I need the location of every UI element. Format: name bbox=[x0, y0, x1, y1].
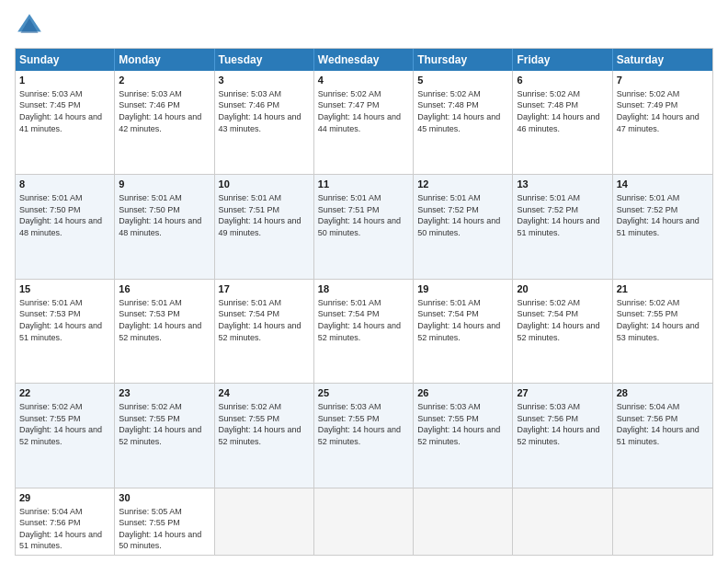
day-cell-23: 23Sunrise: 5:02 AMSunset: 7:55 PMDayligh… bbox=[115, 384, 214, 487]
day-number: 22 bbox=[19, 386, 110, 400]
day-cell-21: 21Sunrise: 5:02 AMSunset: 7:55 PMDayligh… bbox=[613, 280, 712, 383]
day-cell-12: 12Sunrise: 5:01 AMSunset: 7:52 PMDayligh… bbox=[414, 175, 513, 278]
day-number: 7 bbox=[617, 74, 709, 87]
header-day-thursday: Thursday bbox=[414, 49, 513, 71]
day-info: Sunrise: 5:02 AMSunset: 7:47 PMDaylight:… bbox=[318, 88, 409, 134]
day-info: Sunrise: 5:03 AMSunset: 7:55 PMDaylight:… bbox=[417, 401, 508, 447]
day-info: Sunrise: 5:03 AMSunset: 7:55 PMDaylight:… bbox=[318, 401, 409, 447]
day-number: 30 bbox=[119, 491, 210, 505]
day-info: Sunrise: 5:02 AMSunset: 7:55 PMDaylight:… bbox=[19, 401, 110, 447]
day-cell-2: 2Sunrise: 5:03 AMSunset: 7:46 PMDaylight… bbox=[115, 71, 214, 174]
day-info: Sunrise: 5:01 AMSunset: 7:54 PMDaylight:… bbox=[417, 297, 508, 343]
day-info: Sunrise: 5:01 AMSunset: 7:54 PMDaylight:… bbox=[219, 297, 310, 343]
header-day-sunday: Sunday bbox=[16, 49, 115, 71]
day-info: Sunrise: 5:01 AMSunset: 7:50 PMDaylight:… bbox=[19, 192, 110, 238]
day-cell-3: 3Sunrise: 5:03 AMSunset: 7:46 PMDaylight… bbox=[215, 71, 314, 174]
empty-cell bbox=[314, 488, 414, 555]
day-number: 12 bbox=[417, 178, 508, 191]
day-number: 26 bbox=[417, 386, 508, 400]
day-number: 10 bbox=[219, 178, 310, 191]
day-number: 8 bbox=[19, 178, 110, 191]
day-number: 2 bbox=[119, 74, 210, 87]
day-cell-26: 26Sunrise: 5:03 AMSunset: 7:55 PMDayligh… bbox=[414, 384, 513, 487]
day-cell-8: 8Sunrise: 5:01 AMSunset: 7:50 PMDaylight… bbox=[16, 175, 115, 278]
empty-cell bbox=[513, 488, 612, 555]
day-cell-18: 18Sunrise: 5:01 AMSunset: 7:54 PMDayligh… bbox=[314, 280, 414, 383]
day-cell-6: 6Sunrise: 5:02 AMSunset: 7:48 PMDaylight… bbox=[513, 71, 612, 174]
day-number: 29 bbox=[19, 491, 110, 505]
day-info: Sunrise: 5:01 AMSunset: 7:52 PMDaylight:… bbox=[417, 192, 508, 238]
header-day-wednesday: Wednesday bbox=[314, 49, 414, 71]
day-info: Sunrise: 5:02 AMSunset: 7:55 PMDaylight:… bbox=[119, 401, 210, 447]
calendar-row-2: 8Sunrise: 5:01 AMSunset: 7:50 PMDaylight… bbox=[16, 175, 712, 279]
day-number: 15 bbox=[19, 282, 110, 296]
day-info: Sunrise: 5:02 AMSunset: 7:55 PMDaylight:… bbox=[219, 401, 310, 447]
calendar-header: SundayMondayTuesdayWednesdayThursdayFrid… bbox=[16, 49, 712, 71]
page: SundayMondayTuesdayWednesdayThursdayFrid… bbox=[0, 0, 728, 563]
day-number: 1 bbox=[19, 74, 110, 87]
empty-cell bbox=[613, 488, 712, 555]
header-day-friday: Friday bbox=[513, 49, 612, 71]
day-info: Sunrise: 5:01 AMSunset: 7:53 PMDaylight:… bbox=[119, 297, 210, 343]
day-info: Sunrise: 5:01 AMSunset: 7:52 PMDaylight:… bbox=[517, 192, 608, 238]
day-cell-5: 5Sunrise: 5:02 AMSunset: 7:48 PMDaylight… bbox=[414, 71, 513, 174]
day-info: Sunrise: 5:01 AMSunset: 7:54 PMDaylight:… bbox=[318, 297, 409, 343]
day-cell-15: 15Sunrise: 5:01 AMSunset: 7:53 PMDayligh… bbox=[16, 280, 115, 383]
day-number: 27 bbox=[517, 386, 608, 400]
day-cell-14: 14Sunrise: 5:01 AMSunset: 7:52 PMDayligh… bbox=[613, 175, 712, 278]
day-info: Sunrise: 5:01 AMSunset: 7:51 PMDaylight:… bbox=[219, 192, 310, 238]
day-number: 11 bbox=[318, 178, 409, 191]
day-number: 20 bbox=[517, 282, 608, 296]
calendar-row-4: 22Sunrise: 5:02 AMSunset: 7:55 PMDayligh… bbox=[16, 384, 712, 488]
day-cell-24: 24Sunrise: 5:02 AMSunset: 7:55 PMDayligh… bbox=[215, 384, 314, 487]
day-info: Sunrise: 5:01 AMSunset: 7:52 PMDaylight:… bbox=[617, 192, 709, 238]
day-info: Sunrise: 5:02 AMSunset: 7:49 PMDaylight:… bbox=[617, 88, 709, 134]
day-number: 17 bbox=[219, 282, 310, 296]
day-info: Sunrise: 5:03 AMSunset: 7:46 PMDaylight:… bbox=[119, 88, 210, 134]
day-cell-30: 30Sunrise: 5:05 AMSunset: 7:55 PMDayligh… bbox=[115, 488, 214, 555]
day-info: Sunrise: 5:04 AMSunset: 7:56 PMDaylight:… bbox=[617, 401, 709, 447]
day-number: 9 bbox=[119, 178, 210, 191]
day-info: Sunrise: 5:01 AMSunset: 7:50 PMDaylight:… bbox=[119, 192, 210, 238]
calendar-row-3: 15Sunrise: 5:01 AMSunset: 7:53 PMDayligh… bbox=[16, 280, 712, 384]
day-cell-25: 25Sunrise: 5:03 AMSunset: 7:55 PMDayligh… bbox=[314, 384, 414, 487]
day-info: Sunrise: 5:01 AMSunset: 7:51 PMDaylight:… bbox=[318, 192, 409, 238]
day-number: 19 bbox=[417, 282, 508, 296]
day-number: 25 bbox=[318, 386, 409, 400]
day-cell-11: 11Sunrise: 5:01 AMSunset: 7:51 PMDayligh… bbox=[314, 175, 414, 278]
day-number: 4 bbox=[318, 74, 409, 87]
day-info: Sunrise: 5:03 AMSunset: 7:45 PMDaylight:… bbox=[19, 88, 110, 134]
day-info: Sunrise: 5:01 AMSunset: 7:53 PMDaylight:… bbox=[19, 297, 110, 343]
day-info: Sunrise: 5:03 AMSunset: 7:46 PMDaylight:… bbox=[219, 88, 310, 134]
day-cell-13: 13Sunrise: 5:01 AMSunset: 7:52 PMDayligh… bbox=[513, 175, 612, 278]
day-number: 16 bbox=[119, 282, 210, 296]
day-number: 5 bbox=[417, 74, 508, 87]
day-cell-19: 19Sunrise: 5:01 AMSunset: 7:54 PMDayligh… bbox=[414, 280, 513, 383]
day-info: Sunrise: 5:02 AMSunset: 7:48 PMDaylight:… bbox=[417, 88, 508, 134]
day-cell-1: 1Sunrise: 5:03 AMSunset: 7:45 PMDaylight… bbox=[16, 71, 115, 174]
calendar-body: 1Sunrise: 5:03 AMSunset: 7:45 PMDaylight… bbox=[16, 71, 712, 555]
day-number: 6 bbox=[517, 74, 608, 87]
calendar-row-5: 29Sunrise: 5:04 AMSunset: 7:56 PMDayligh… bbox=[16, 488, 712, 555]
day-cell-22: 22Sunrise: 5:02 AMSunset: 7:55 PMDayligh… bbox=[16, 384, 115, 487]
day-number: 24 bbox=[219, 386, 310, 400]
day-cell-27: 27Sunrise: 5:03 AMSunset: 7:56 PMDayligh… bbox=[513, 384, 612, 487]
day-info: Sunrise: 5:05 AMSunset: 7:55 PMDaylight:… bbox=[119, 506, 210, 552]
top-bar bbox=[15, 11, 713, 40]
day-number: 28 bbox=[617, 386, 709, 400]
day-cell-7: 7Sunrise: 5:02 AMSunset: 7:49 PMDaylight… bbox=[613, 71, 712, 174]
day-cell-29: 29Sunrise: 5:04 AMSunset: 7:56 PMDayligh… bbox=[16, 488, 115, 555]
day-info: Sunrise: 5:03 AMSunset: 7:56 PMDaylight:… bbox=[517, 401, 608, 447]
day-info: Sunrise: 5:02 AMSunset: 7:48 PMDaylight:… bbox=[517, 88, 608, 134]
day-number: 23 bbox=[119, 386, 210, 400]
day-number: 3 bbox=[219, 74, 310, 87]
header-day-monday: Monday bbox=[115, 49, 214, 71]
header-day-saturday: Saturday bbox=[613, 49, 712, 71]
logo-icon bbox=[15, 11, 44, 40]
empty-cell bbox=[414, 488, 513, 555]
day-cell-28: 28Sunrise: 5:04 AMSunset: 7:56 PMDayligh… bbox=[613, 384, 712, 487]
day-info: Sunrise: 5:04 AMSunset: 7:56 PMDaylight:… bbox=[19, 506, 110, 552]
day-info: Sunrise: 5:02 AMSunset: 7:55 PMDaylight:… bbox=[617, 297, 709, 343]
calendar-row-1: 1Sunrise: 5:03 AMSunset: 7:45 PMDaylight… bbox=[16, 71, 712, 175]
calendar: SundayMondayTuesdayWednesdayThursdayFrid… bbox=[15, 48, 713, 556]
